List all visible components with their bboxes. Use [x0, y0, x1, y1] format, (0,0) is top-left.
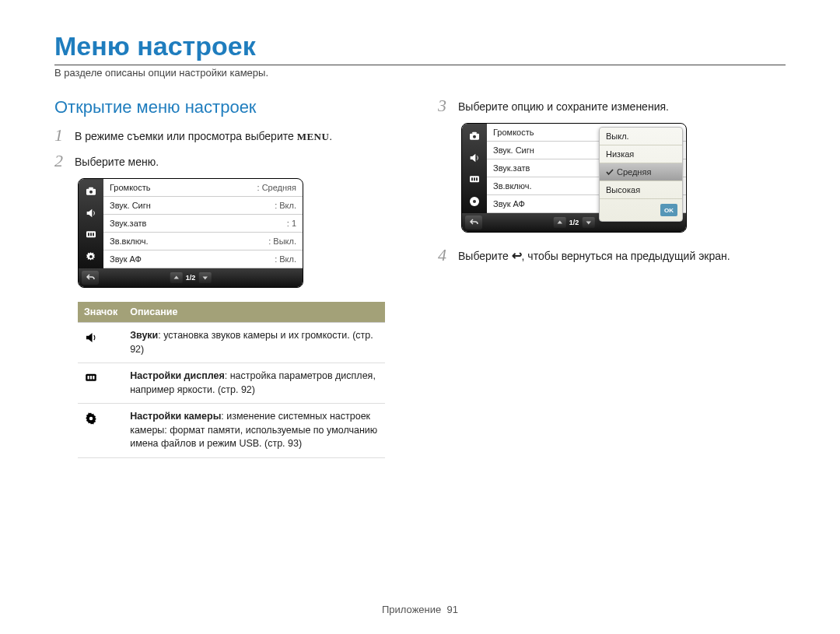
pager-up-icon[interactable] — [554, 217, 566, 228]
step-number: 3 — [438, 97, 450, 114]
screen-sidebar — [462, 124, 487, 213]
ok-button[interactable]: OK — [660, 204, 677, 216]
display-icon[interactable] — [465, 170, 484, 189]
camera-icon[interactable] — [82, 182, 100, 201]
pager-text: 1/2 — [569, 219, 579, 226]
camera-icon[interactable] — [465, 127, 484, 145]
back-button[interactable] — [82, 271, 99, 285]
svg-rect-14 — [472, 132, 476, 135]
option-popup: Выкл. Низкая Средняя Высокая OK — [599, 127, 683, 222]
gear-icon — [78, 404, 124, 458]
display-icon — [78, 363, 124, 404]
svg-rect-6 — [93, 233, 94, 236]
page-number: 91 — [447, 604, 458, 615]
menu-row[interactable]: Звук АФ: Вкл. — [103, 250, 303, 268]
table-head-desc: Описание — [124, 302, 385, 323]
svg-rect-17 — [471, 177, 473, 180]
step-2-text: Выберите меню. — [75, 152, 159, 170]
menu-label: MENU — [297, 131, 330, 142]
display-icon[interactable] — [82, 226, 100, 244]
speaker-icon — [78, 323, 124, 363]
svg-point-12 — [89, 417, 93, 421]
page-title: Меню настроек — [54, 31, 786, 61]
pager-up-icon[interactable] — [170, 272, 183, 283]
page-subtitle: В разделе описаны опции настройки камеры… — [54, 67, 786, 79]
speaker-icon[interactable] — [465, 149, 484, 167]
svg-rect-1 — [89, 187, 93, 190]
table-cell: Настройки камеры: изменение системных на… — [124, 404, 385, 458]
popup-option-selected[interactable]: Средняя — [600, 163, 682, 181]
svg-rect-5 — [90, 233, 92, 236]
svg-rect-18 — [474, 177, 475, 180]
svg-rect-4 — [88, 233, 89, 236]
table-cell: Настройки дисплея: настройка параметров … — [124, 363, 385, 404]
svg-point-21 — [473, 200, 476, 203]
icon-description-table: Значок Описание Звуки: установка звуков … — [78, 302, 385, 458]
step-1-text-b: . — [329, 130, 332, 142]
step-number: 2 — [54, 152, 67, 170]
screen-sidebar — [79, 179, 103, 268]
step-2: 2 Выберите меню. — [54, 152, 402, 170]
pager-down-icon[interactable] — [582, 217, 594, 228]
step-3-text: Выберите опцию и сохраните изменения. — [458, 97, 669, 115]
step-4: 4 Выберите ↩, чтобы вернуться на предыду… — [438, 247, 786, 264]
screen-footer: 1/2 — [79, 268, 303, 287]
step-1-text-a: В режиме съемки или просмотра выберите — [75, 130, 297, 142]
pager-down-icon[interactable] — [198, 272, 211, 283]
page-footer: Приложение 91 — [0, 604, 840, 615]
gear-icon[interactable] — [465, 192, 484, 211]
camera-screen-option: Громкость Звук. Сигн Звук.затв Зв.включ.… — [461, 123, 687, 233]
title-rule — [54, 65, 786, 65]
camera-screen-menu: Громкость: Средняя Звук. Сигн: Вкл. Звук… — [78, 178, 303, 288]
footer-label: Приложение — [382, 604, 441, 615]
check-icon — [606, 168, 614, 176]
pager-text: 1/2 — [186, 274, 196, 282]
back-button[interactable] — [465, 215, 482, 229]
back-glyph-icon: ↩ — [512, 250, 522, 262]
step-4-text-b: , чтобы вернуться на предыдущий экран. — [522, 250, 730, 262]
pager: 1/2 — [170, 272, 212, 283]
speaker-icon[interactable] — [82, 204, 100, 222]
popup-option[interactable]: Низкая — [600, 145, 682, 163]
step-number: 4 — [438, 247, 450, 264]
svg-rect-9 — [90, 376, 92, 380]
pager: 1/2 — [554, 217, 595, 228]
table-cell: Звуки: установка звуков камеры и их гром… — [124, 323, 385, 363]
menu-row[interactable]: Зв.включ.: Выкл. — [103, 233, 303, 250]
svg-point-15 — [473, 135, 476, 138]
step-1: 1 В режиме съемки или просмотра выберите… — [54, 127, 402, 145]
table-head-icon: Значок — [78, 302, 124, 323]
svg-rect-19 — [476, 177, 478, 180]
section-heading: Открытие меню настроек — [54, 97, 402, 117]
step-4-text-a: Выберите — [458, 250, 512, 262]
svg-rect-8 — [88, 376, 89, 380]
step-number: 1 — [54, 127, 67, 144]
menu-row[interactable]: Громкость: Средняя — [103, 179, 303, 197]
popup-option[interactable]: Высокая — [600, 181, 682, 199]
gear-icon[interactable] — [82, 247, 100, 266]
svg-point-2 — [89, 191, 93, 194]
step-3: 3 Выберите опцию и сохраните изменения. — [438, 97, 786, 115]
menu-row[interactable]: Звук.затв: 1 — [103, 215, 303, 233]
svg-rect-10 — [93, 376, 94, 380]
popup-option[interactable]: Выкл. — [600, 128, 682, 145]
menu-row[interactable]: Звук. Сигн: Вкл. — [103, 197, 303, 215]
